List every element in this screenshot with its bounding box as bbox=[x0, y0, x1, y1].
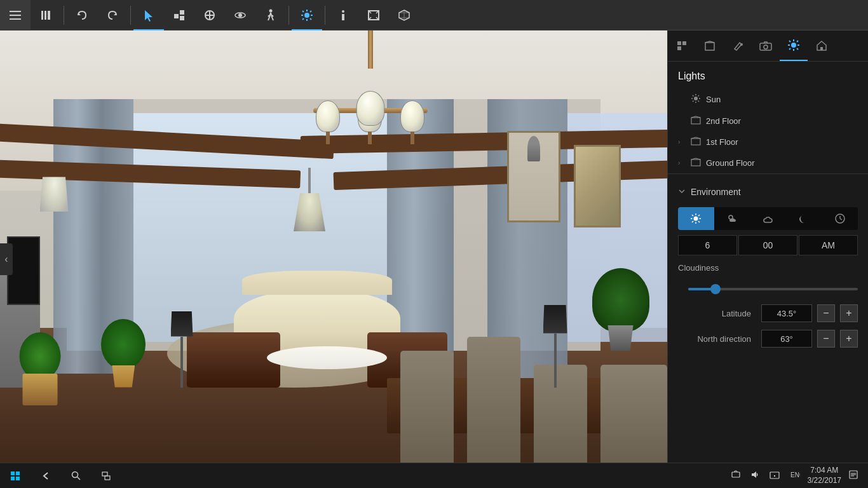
svg-line-44 bbox=[797, 48, 798, 50]
svg-rect-82 bbox=[16, 477, 20, 480]
taskbar-keyboard-icon[interactable] bbox=[767, 471, 782, 481]
svg-rect-5 bbox=[48, 11, 50, 20]
taskbar-action-center-icon[interactable] bbox=[846, 470, 860, 481]
floor-lamp-2-shade bbox=[543, 305, 567, 334]
chandelier-body bbox=[307, 69, 434, 132]
svg-rect-31 bbox=[677, 46, 681, 50]
north-direction-row: North direction − + bbox=[668, 326, 868, 351]
expand-icon-1st: › bbox=[678, 139, 686, 146]
library-button[interactable] bbox=[31, 0, 61, 30]
rp-camera-icon[interactable] bbox=[752, 30, 780, 61]
svg-rect-27 bbox=[342, 14, 344, 20]
painting-2 bbox=[574, 145, 621, 227]
weather-partly-btn[interactable] bbox=[714, 207, 750, 230]
floor-tree-icon-2nd bbox=[691, 116, 701, 126]
plant-3-pot bbox=[23, 374, 58, 405]
coffee-table bbox=[267, 346, 387, 369]
main-3d-view[interactable]: ‹ bbox=[0, 30, 667, 488]
environment-title: Environment bbox=[691, 187, 741, 197]
svg-line-53 bbox=[693, 95, 694, 97]
time-ampm-box[interactable]: AM bbox=[799, 235, 858, 255]
weather-night-btn[interactable] bbox=[786, 207, 822, 230]
tree-item-ground-floor[interactable]: › Ground Floor bbox=[668, 152, 868, 173]
rp-properties-icon[interactable] bbox=[668, 30, 696, 61]
svg-line-72 bbox=[698, 221, 700, 222]
sun-tree-icon bbox=[691, 93, 701, 105]
frame-button[interactable] bbox=[358, 0, 389, 30]
start-button[interactable] bbox=[0, 463, 31, 489]
time-hour-box[interactable]: 6 bbox=[678, 235, 737, 255]
svg-line-43 bbox=[789, 41, 790, 42]
weather-cloudy-btn[interactable] bbox=[750, 207, 786, 230]
taskbar-volume-icon[interactable] bbox=[748, 470, 762, 481]
north-direction-input[interactable] bbox=[761, 330, 812, 348]
select-button[interactable] bbox=[133, 0, 164, 30]
svg-rect-29 bbox=[677, 41, 681, 45]
weather-clear-btn[interactable] bbox=[678, 207, 714, 230]
sun-button[interactable] bbox=[292, 0, 322, 30]
hang-rod bbox=[308, 168, 311, 193]
svg-rect-4 bbox=[44, 11, 46, 20]
lights-section-title: Lights bbox=[668, 62, 868, 88]
weather-custom-btn[interactable] bbox=[822, 207, 858, 230]
taskbar-language-icon[interactable]: ENG bbox=[787, 470, 803, 481]
cloudiness-label: Cloudiness bbox=[678, 263, 735, 273]
svg-rect-87 bbox=[732, 472, 740, 477]
redo-button[interactable] bbox=[97, 0, 128, 30]
left-panel-toggle[interactable]: ‹ bbox=[0, 243, 13, 275]
taskbar-clock: 7:04 AM 3/22/2017 bbox=[808, 466, 841, 485]
north-plus-btn[interactable]: + bbox=[840, 330, 858, 348]
svg-rect-9 bbox=[180, 10, 184, 15]
latitude-minus-btn[interactable]: − bbox=[817, 304, 835, 322]
taskbar-notification-icon[interactable] bbox=[729, 470, 743, 481]
svg-point-26 bbox=[342, 10, 344, 13]
svg-rect-79 bbox=[11, 471, 15, 475]
cube-button[interactable] bbox=[389, 0, 419, 30]
task-view-button[interactable] bbox=[92, 463, 122, 489]
tree-item-sun[interactable]: Sun bbox=[668, 88, 868, 111]
rp-sun-icon[interactable] bbox=[780, 30, 808, 61]
weather-button-row bbox=[678, 207, 858, 230]
top-toolbar bbox=[0, 0, 868, 30]
wall-lamp bbox=[34, 177, 72, 227]
svg-point-83 bbox=[72, 471, 78, 477]
menu-button[interactable] bbox=[0, 0, 31, 30]
floor-tree-icon-1st bbox=[691, 137, 701, 147]
slider-thumb[interactable] bbox=[710, 284, 721, 294]
environment-header[interactable]: Environment bbox=[668, 182, 868, 202]
tree-item-1st-floor[interactable]: › 1st Floor bbox=[668, 132, 868, 152]
svg-rect-80 bbox=[16, 471, 20, 475]
latitude-input[interactable] bbox=[761, 304, 812, 322]
search-button[interactable] bbox=[61, 463, 92, 489]
tree-1st-floor-label: 1st Floor bbox=[706, 137, 858, 147]
undo-button[interactable] bbox=[67, 0, 97, 30]
arrange-button[interactable] bbox=[164, 0, 194, 30]
rp-house-icon[interactable] bbox=[808, 30, 836, 61]
north-minus-btn[interactable]: − bbox=[817, 330, 835, 348]
svg-line-73 bbox=[698, 215, 700, 216]
time-minute-box[interactable]: 00 bbox=[738, 235, 797, 255]
rp-paint-icon[interactable] bbox=[724, 30, 752, 61]
cloudiness-slider[interactable] bbox=[688, 283, 858, 295]
wall-lamp-shade bbox=[40, 177, 69, 212]
rp-floor-icon[interactable] bbox=[696, 30, 724, 61]
view3d-button[interactable] bbox=[225, 0, 255, 30]
cloudiness-slider-row bbox=[668, 278, 868, 301]
walk-button[interactable] bbox=[255, 0, 286, 30]
svg-point-66 bbox=[694, 217, 698, 221]
latitude-plus-btn[interactable]: + bbox=[840, 304, 858, 322]
svg-rect-86 bbox=[105, 476, 110, 480]
tree-item-2nd-floor[interactable]: 2nd Floor bbox=[668, 111, 868, 132]
plant-1 bbox=[100, 296, 147, 388]
info-button[interactable] bbox=[328, 0, 358, 30]
svg-rect-3 bbox=[41, 11, 43, 20]
draw-button[interactable] bbox=[194, 0, 225, 30]
dining-chair-1 bbox=[400, 351, 454, 465]
chandelier bbox=[301, 30, 440, 132]
floor-lamp-2 bbox=[554, 305, 567, 388]
back-button[interactable] bbox=[31, 463, 61, 489]
right-panel-icon-row bbox=[668, 30, 868, 62]
svg-text:ENG: ENG bbox=[790, 471, 800, 478]
clock-date: 3/22/2017 bbox=[808, 476, 841, 486]
scene-viewport bbox=[0, 30, 667, 488]
